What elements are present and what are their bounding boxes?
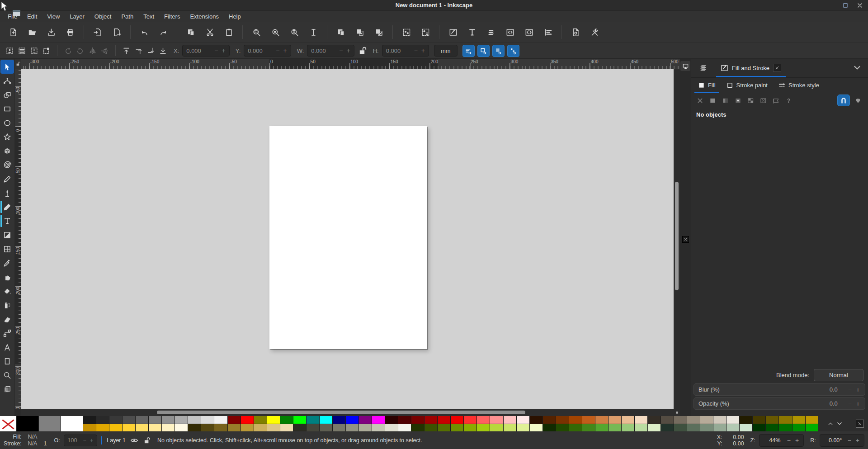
palette-swatch[interactable] [740, 416, 752, 424]
canvas[interactable] [21, 69, 674, 409]
obj-raise-button[interactable] [132, 45, 145, 57]
menu-item-filters[interactable]: Filters [159, 12, 185, 21]
palette-swatch[interactable] [280, 424, 293, 432]
palette-swatch[interactable] [635, 416, 647, 424]
palette-swatch[interactable] [661, 424, 674, 432]
palette-swatch[interactable] [61, 416, 83, 431]
menu-item-text[interactable]: Text [138, 12, 159, 21]
palette-swatch[interactable] [609, 416, 621, 424]
doc-new-button[interactable] [5, 24, 21, 40]
palette-swatch[interactable] [740, 424, 752, 432]
obj-bottom-button[interactable] [157, 45, 169, 57]
palette-swatch[interactable] [307, 424, 319, 432]
fill-rule-nonzero-button[interactable] [852, 95, 864, 106]
maximize-button[interactable] [842, 2, 849, 9]
palette-swatch[interactable] [793, 416, 805, 424]
palette-swatch[interactable] [385, 416, 398, 424]
palette-swatch[interactable] [713, 424, 726, 432]
unit-dropdown[interactable]: mm [434, 45, 458, 57]
opacity-slider[interactable]: Opacity (%) 0.0 − + [693, 397, 865, 410]
fill-rule-evenodd-button[interactable] [837, 95, 850, 106]
redo-button[interactable] [155, 24, 171, 40]
palette-swatch[interactable] [149, 424, 161, 432]
palette-swatch[interactable] [346, 416, 359, 424]
palette-swatch[interactable] [109, 424, 122, 432]
palette-swatch[interactable] [254, 416, 267, 424]
calligraphy-tool[interactable] [0, 200, 14, 214]
palette-swatch[interactable] [779, 424, 792, 432]
zoom-field[interactable]: 44%−+ [759, 434, 804, 447]
palette-swatch[interactable] [201, 424, 214, 432]
node-tool[interactable] [0, 74, 14, 88]
palette-swatch[interactable] [333, 416, 345, 424]
palette-swatch[interactable] [162, 424, 175, 432]
palette-swatch[interactable] [372, 424, 385, 432]
obj-lower-button[interactable] [145, 45, 157, 57]
palette-swatch[interactable] [490, 416, 503, 424]
palette-swatch[interactable] [136, 424, 148, 432]
palette-swatch[interactable] [267, 416, 280, 424]
palette-swatch[interactable] [700, 424, 713, 432]
palette-swatch[interactable] [109, 416, 122, 424]
palette-swatch[interactable] [504, 416, 516, 424]
palette-swatch[interactable] [569, 424, 582, 432]
blur-plus-button[interactable]: + [854, 386, 862, 393]
palette-swatch[interactable] [188, 416, 201, 424]
blur-minus-button[interactable]: − [846, 386, 854, 393]
palette-swatch[interactable] [726, 424, 739, 432]
folder-open-button[interactable] [24, 24, 40, 40]
mesh-tool[interactable] [0, 242, 14, 256]
print-button[interactable] [62, 24, 78, 40]
palette-swatch[interactable] [411, 424, 424, 432]
palette-swatch[interactable] [201, 416, 214, 424]
tab-stroke-style[interactable]: Stroke style [774, 78, 824, 93]
vertical-scrollbar[interactable] [674, 69, 680, 409]
palette-swatch[interactable] [398, 416, 411, 424]
fill-stroke-indicator[interactable]: Fill: N/A Stroke: N/A 1 [4, 434, 47, 447]
palette-swatch[interactable] [793, 424, 805, 432]
menu-item-path[interactable]: Path [116, 12, 138, 21]
palette-swatch[interactable] [582, 416, 595, 424]
layer-visibility-eye-icon[interactable] [130, 436, 138, 444]
palette-swatch-none[interactable] [0, 416, 16, 431]
spiral-tool[interactable] [0, 158, 14, 172]
palette-swatch[interactable] [280, 416, 293, 424]
menu-item-view[interactable]: View [42, 12, 65, 21]
dock-splitter[interactable] [680, 59, 691, 416]
w-field[interactable]: 0.000−+ [307, 45, 354, 57]
palette-swatch[interactable] [648, 424, 660, 432]
palette-swatch[interactable] [530, 424, 542, 432]
flip-h-button[interactable] [86, 45, 99, 57]
tab-fill[interactable]: Fill [693, 78, 720, 93]
palette-swatch[interactable] [333, 424, 345, 432]
rot-cw-button[interactable] [74, 45, 86, 57]
page-tool-tool[interactable] [0, 354, 14, 368]
layers3-button[interactable] [483, 24, 499, 40]
h-field[interactable]: 0.000−+ [382, 45, 429, 57]
chevron-down-icon[interactable] [853, 63, 862, 72]
palette-swatch[interactable] [595, 424, 608, 432]
paint-flat-button[interactable] [707, 95, 718, 106]
vertical-scrollbar-thumb[interactable] [675, 182, 679, 290]
palette-swatch[interactable] [214, 416, 227, 424]
palette-swatch[interactable] [346, 424, 359, 432]
palette-scroll-up-button[interactable] [827, 421, 834, 427]
palette-swatch[interactable] [517, 424, 529, 432]
color-managed-display-button[interactable] [680, 61, 690, 71]
pen-tool[interactable] [0, 186, 14, 200]
menu-item-help[interactable]: Help [224, 12, 246, 21]
palette-swatch[interactable] [175, 424, 188, 432]
palette-swatch[interactable] [123, 424, 135, 432]
palette-swatch[interactable] [17, 416, 38, 431]
palette-swatch[interactable] [766, 416, 778, 424]
gradient-tool-tool[interactable] [0, 228, 14, 242]
palette-swatch[interactable] [228, 416, 241, 424]
palette-swatch[interactable] [123, 416, 135, 424]
horizontal-ruler[interactable]: -300-250-200-150-100-5005010015020025030… [21, 59, 680, 69]
palette-swatch[interactable] [451, 424, 463, 432]
vertical-ruler[interactable]: -50050100150200250300350 [15, 69, 21, 409]
menu-item-edit[interactable]: Edit [22, 12, 42, 21]
tweak-tool[interactable] [0, 270, 14, 284]
fillstroke-button[interactable] [445, 24, 461, 40]
scale-pattern-toggle[interactable] [507, 45, 519, 57]
